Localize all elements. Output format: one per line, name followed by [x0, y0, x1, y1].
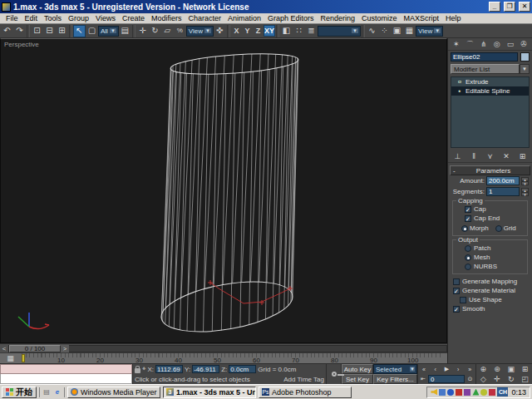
select-and-link-icon[interactable]: ⊡ [31, 25, 43, 37]
perspective-viewport[interactable]: Perspective [0, 38, 447, 343]
segments-field[interactable]: 1 [486, 187, 520, 196]
key-mode-toggle-icon[interactable]: ⇤ [419, 374, 427, 384]
menu-tools[interactable]: Tools [41, 14, 65, 22]
nurbs-radio[interactable]: NURBS [455, 262, 525, 271]
menu-file[interactable]: File [2, 14, 22, 22]
field-of-view-icon[interactable]: ◇ [476, 374, 490, 384]
percent-snap-icon[interactable]: % [174, 25, 186, 37]
amount-spinner[interactable]: ▴ ▾ [521, 177, 529, 185]
current-frame-marker[interactable] [22, 354, 25, 362]
z-coordinate-field[interactable]: 0.0cm [229, 365, 256, 373]
checkbox-checked-icon[interactable]: ✓ [465, 215, 471, 222]
play-icon[interactable]: ▶ [441, 364, 453, 374]
patch-radio[interactable]: Patch [455, 244, 525, 253]
visibility-bulb-icon[interactable]: ¤ [456, 78, 463, 86]
messenger-icon[interactable] [447, 389, 454, 396]
checkbox-checked-icon[interactable]: ✓ [465, 206, 471, 213]
make-unique-icon[interactable]: ⋎ [484, 150, 496, 161]
time-slider-prev-icon[interactable]: < [0, 344, 8, 353]
menu-maxscript[interactable]: MAXScript [401, 14, 443, 22]
mesh-radio[interactable]: Mesh [455, 253, 525, 262]
stack-item-editable-spline[interactable]: ▪ Editable Spline [451, 86, 529, 96]
amount-field[interactable]: 200.0cm [486, 176, 520, 185]
internet-explorer-icon[interactable]: e [53, 388, 62, 397]
cap-end-option[interactable]: ✓ Cap End [455, 214, 525, 223]
selection-filter-dropdown[interactable]: All ▼ [98, 26, 119, 37]
menu-edit[interactable]: Edit [22, 14, 42, 22]
time-slider-next-icon[interactable]: > [61, 345, 69, 352]
smooth-option[interactable]: ✓ Smooth [450, 304, 530, 313]
morph-radio[interactable]: Morph [461, 224, 489, 232]
object-color-swatch[interactable] [520, 52, 530, 62]
redo-icon[interactable]: ↷ [13, 25, 26, 37]
update-icon[interactable] [472, 389, 479, 396]
maxscript-mini-listener[interactable] [0, 364, 133, 384]
volume-icon[interactable] [431, 389, 437, 396]
go-to-start-icon[interactable]: « [418, 364, 430, 374]
stack-item-extrude[interactable]: ¤ Extrude [451, 77, 529, 86]
task-3ds-max[interactable]: 3 1.max - 3ds max 5 - Unre... [163, 387, 256, 398]
segments-spinner[interactable]: ▴ ▾ [521, 188, 529, 196]
restrict-xy-button[interactable]: XY [264, 25, 275, 37]
menu-views[interactable]: Views [92, 14, 119, 22]
hierarchy-tab-icon[interactable]: ⋔ [480, 41, 487, 48]
time-slider-track[interactable]: 0 / 100 > [8, 345, 447, 352]
mirror-icon[interactable]: ◧ [280, 25, 293, 37]
bind-to-spacewarp-icon[interactable]: ⊞ [56, 25, 68, 37]
menu-rendering[interactable]: Rendering [318, 14, 359, 22]
zoom-extents-all-icon[interactable]: ⊞ [518, 364, 532, 374]
restore-button[interactable]: ❐ [504, 2, 515, 12]
render-type-dropdown[interactable]: View ▼ [416, 26, 443, 37]
set-keys-button[interactable] [326, 364, 341, 384]
tray-app-icon[interactable] [464, 389, 470, 396]
menu-group[interactable]: Group [65, 14, 92, 22]
material-editor-icon[interactable]: ▣ [391, 25, 403, 37]
track-bar[interactable]: ▦ 10 20 30 40 50 60 70 80 90 100 [0, 352, 447, 363]
checkbox-checked-icon[interactable]: ✓ [453, 306, 460, 313]
manipulate-icon[interactable]: ✜ [214, 25, 226, 37]
schematic-view-icon[interactable]: ⁘ [378, 25, 391, 37]
unlink-selection-icon[interactable]: ⊟ [43, 25, 56, 37]
modify-tab-icon[interactable]: ⌒ [466, 41, 474, 48]
show-desktop-icon[interactable]: ▤ [42, 388, 51, 397]
next-frame-icon[interactable]: › [452, 364, 464, 374]
utilities-tab-icon[interactable]: ✇ [520, 41, 527, 48]
menu-modifiers[interactable]: Modifiers [148, 14, 185, 22]
y-coordinate-field[interactable]: -46.911 [192, 365, 219, 373]
restrict-y-button[interactable]: Y [242, 25, 253, 37]
align-icon[interactable]: ≣ [305, 25, 318, 37]
curve-editor-icon[interactable]: ∿ [366, 25, 378, 37]
checkbox-checked-icon[interactable]: ✓ [453, 288, 460, 294]
parameters-rollout-header[interactable]: - Parameters [450, 165, 530, 175]
add-time-tag[interactable]: Add Time Tag [283, 376, 324, 383]
menu-help[interactable]: Help [442, 14, 465, 22]
select-object-button[interactable]: ↖ [73, 25, 86, 37]
restrict-x-button[interactable]: X [231, 25, 242, 37]
language-indicator[interactable]: CH [497, 387, 508, 397]
checkbox-icon[interactable] [453, 278, 460, 285]
minimize-button[interactable]: _ [489, 2, 500, 12]
menu-create[interactable]: Create [119, 14, 148, 22]
zoom-extents-icon[interactable]: ▣ [505, 364, 519, 374]
mini-curve-editor-icon[interactable]: ▦ [5, 354, 16, 363]
remove-modifier-icon[interactable]: ✕ [500, 150, 513, 161]
listener-input-row[interactable] [0, 374, 132, 384]
generate-mapping-option[interactable]: Generate Mapping [450, 277, 530, 286]
previous-frame-icon[interactable]: ‹ [430, 364, 441, 374]
named-selection-dropdown[interactable]: ▼ [318, 26, 361, 37]
pin-stack-icon[interactable]: ⊥ [451, 150, 464, 161]
min-max-toggle-icon[interactable]: ◰ [518, 374, 532, 384]
network-icon[interactable] [489, 389, 495, 396]
menu-animation[interactable]: Animation [224, 14, 264, 22]
key-filter-dropdown[interactable]: Selected ▼ [373, 364, 417, 374]
modifier-list-dropdown[interactable]: Modifier List [451, 64, 520, 74]
grid-radio[interactable]: Grid [495, 224, 516, 232]
spin-down-icon[interactable]: ▾ [521, 192, 529, 196]
chevron-down-icon[interactable]: ▼ [520, 64, 530, 74]
selection-region-icon[interactable]: ▢ [86, 25, 98, 37]
tray-app-icon[interactable] [439, 389, 446, 396]
tray-app-icon[interactable] [480, 389, 487, 396]
rotate-icon[interactable]: ↻ [149, 25, 161, 37]
set-key-button[interactable]: Set Key [342, 374, 373, 384]
menu-character[interactable]: Character [185, 14, 224, 22]
